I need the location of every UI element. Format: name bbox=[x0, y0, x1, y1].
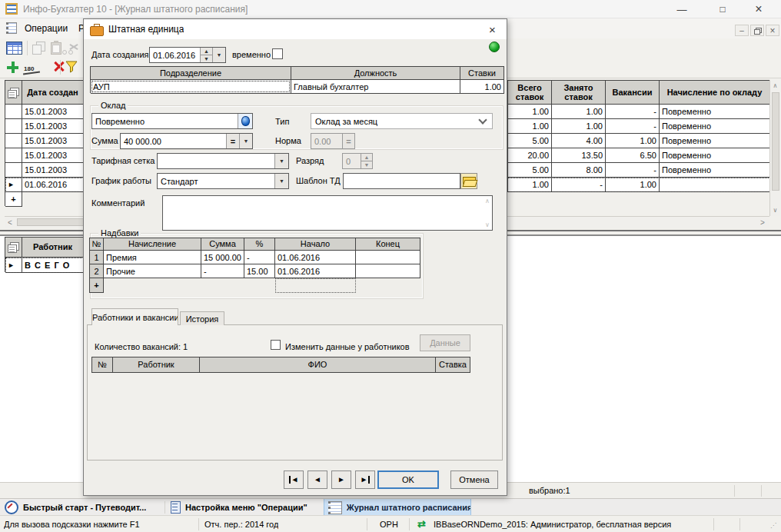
close-button[interactable]: × bbox=[741, 0, 776, 18]
table-cell[interactable]: 1.00 bbox=[606, 178, 660, 192]
menu-operations[interactable]: Операции bbox=[25, 23, 68, 34]
created-date-input[interactable]: 01.06.2016 ▲ ▼ ▼ bbox=[149, 47, 226, 63]
table-cell[interactable]: Повременно bbox=[660, 134, 770, 148]
tab-staff-journal-active[interactable]: Журнал штатного расписания bbox=[324, 499, 471, 516]
comment-textarea[interactable]: ∧∨ bbox=[162, 195, 493, 231]
vertical-scrollbar[interactable]: ∧ ∨ bbox=[769, 80, 780, 216]
tab-history[interactable]: История bbox=[180, 311, 224, 325]
amount-input[interactable]: 40 000.00 = ▼ bbox=[120, 133, 253, 149]
tariff-dropdown-button[interactable]: ▼ bbox=[274, 154, 288, 168]
table-cell[interactable]: - bbox=[606, 163, 660, 178]
table-cell[interactable] bbox=[660, 178, 770, 192]
allowance-cell[interactable]: 01.06.2016 bbox=[275, 264, 356, 278]
nav-prev-button[interactable]: ◄ bbox=[307, 470, 327, 489]
nav-last-button[interactable]: ► bbox=[355, 470, 375, 489]
template-input[interactable] bbox=[343, 173, 460, 189]
table-cell[interactable]: Повременно bbox=[660, 163, 770, 178]
salary-type-combo[interactable]: Оклад за месяц bbox=[311, 113, 493, 129]
schedule-combo[interactable]: Стандарт ▼ bbox=[157, 173, 289, 189]
temporary-checkbox[interactable] bbox=[272, 48, 283, 59]
row-selector[interactable] bbox=[5, 134, 22, 148]
department-cell[interactable]: АУП bbox=[91, 80, 291, 94]
scroll-up-icon[interactable]: ∧ bbox=[770, 80, 780, 91]
nav-first-button[interactable]: ◄ bbox=[284, 470, 304, 489]
position-cell[interactable]: Главный бухгалтер bbox=[291, 80, 460, 94]
table-cell[interactable]: 13.50 bbox=[552, 148, 606, 163]
focused-empty-cell[interactable] bbox=[275, 278, 356, 293]
table-cell[interactable]: 5.00 bbox=[508, 163, 552, 178]
row-selector[interactable] bbox=[5, 148, 22, 163]
date-spinner[interactable]: ▲ ▼ bbox=[200, 48, 212, 62]
allowance-cell[interactable]: - bbox=[201, 264, 244, 278]
row-selector[interactable] bbox=[5, 163, 22, 178]
comment-scroll-arrows[interactable]: ∧∨ bbox=[483, 196, 492, 230]
filter-funnel-icon[interactable] bbox=[65, 60, 78, 74]
table-cell[interactable]: 1.00 bbox=[552, 119, 606, 134]
table-row[interactable]: 15.01.2003 bbox=[22, 148, 84, 163]
minimize-button[interactable]: — bbox=[664, 0, 700, 18]
template-browse-button[interactable] bbox=[460, 173, 477, 189]
table-cell[interactable]: 1.00 bbox=[508, 178, 552, 192]
table-cell[interactable]: 6.50 bbox=[606, 148, 660, 163]
table-cell[interactable]: - bbox=[552, 178, 606, 192]
change-workers-checkbox[interactable] bbox=[271, 340, 281, 350]
table-view-icon[interactable] bbox=[6, 42, 22, 55]
tab-menu-settings[interactable]: Настройка меню "Операции" bbox=[166, 499, 323, 516]
table-row[interactable]: 15.01.2003 bbox=[22, 119, 84, 134]
amount-formula-button[interactable]: = bbox=[226, 134, 239, 148]
allowance-cell[interactable]: - bbox=[244, 251, 275, 264]
table-cell[interactable]: Повременно bbox=[660, 119, 770, 134]
add-row-button[interactable]: + bbox=[5, 192, 22, 207]
date-dropdown-button[interactable]: ▼ bbox=[212, 48, 225, 62]
add-allowance-button[interactable]: + bbox=[90, 278, 104, 293]
table-cell[interactable]: - bbox=[606, 105, 660, 119]
table-cell[interactable]: Повременно bbox=[660, 105, 770, 119]
allowance-cell[interactable] bbox=[356, 251, 420, 264]
table-cell[interactable]: 4.00 bbox=[552, 134, 606, 148]
table-cell[interactable]: 5.00 bbox=[508, 134, 552, 148]
tab-workers-vacancies[interactable]: Работники и вакансии bbox=[91, 308, 178, 325]
rate-cell[interactable]: 1.00 bbox=[460, 80, 504, 94]
table-row[interactable]: 15.01.2003 bbox=[22, 134, 84, 148]
allowance-cell[interactable]: 01.06.2016 bbox=[275, 251, 356, 264]
current-row-marker[interactable]: ► bbox=[5, 178, 22, 192]
schedule-dropdown-button[interactable]: ▼ bbox=[274, 174, 288, 188]
table-cell[interactable]: 1.00 bbox=[508, 105, 552, 119]
tab-quick-start[interactable]: Быстрый старт - Путеводит... bbox=[2, 499, 165, 516]
allowance-cell[interactable]: 15.00 bbox=[244, 264, 275, 278]
mdi-minimize-button[interactable]: – bbox=[735, 25, 749, 36]
method-picker-button[interactable] bbox=[238, 114, 252, 128]
nav-next-button[interactable]: ► bbox=[331, 470, 351, 489]
scroll-left-icon[interactable]: < bbox=[5, 217, 15, 228]
table-cell[interactable]: - bbox=[606, 119, 660, 134]
total-row[interactable]: В С Е Г О bbox=[22, 258, 84, 273]
table-row[interactable]: 15.01.2003 bbox=[22, 163, 84, 178]
salary-method-combo[interactable]: Повременно bbox=[91, 113, 253, 129]
amount-dropdown-button[interactable]: ▼ bbox=[239, 134, 252, 148]
table-cell[interactable]: 8.00 bbox=[552, 163, 606, 178]
table-row-selected[interactable]: 01.06.2016 bbox=[22, 178, 84, 192]
table-cell[interactable]: 1.00 bbox=[606, 134, 660, 148]
tariff-combo[interactable]: ▼ bbox=[157, 153, 289, 169]
cancel-button[interactable]: Отмена bbox=[450, 470, 498, 489]
maximize-button[interactable]: □ bbox=[705, 0, 740, 18]
mdi-restore-button[interactable] bbox=[750, 25, 764, 36]
allowance-cell[interactable]: Премия bbox=[104, 251, 201, 264]
resize-grip[interactable]: ⋰ bbox=[770, 522, 776, 529]
dialog-close-icon[interactable]: × bbox=[478, 19, 507, 39]
number-format-icon[interactable]: 180 bbox=[24, 65, 34, 72]
allowance-cell[interactable]: 15 000.00 bbox=[201, 251, 244, 264]
scroll-down-icon[interactable]: ∨ bbox=[770, 204, 780, 215]
ok-button[interactable]: OK bbox=[377, 470, 439, 489]
current-row-marker[interactable]: ► bbox=[5, 258, 22, 273]
scrollbar-thumb[interactable] bbox=[772, 92, 779, 191]
table-cell[interactable]: 1.00 bbox=[552, 105, 606, 119]
allowance-cell[interactable] bbox=[356, 264, 420, 278]
table-cell[interactable]: Повременно bbox=[660, 148, 770, 163]
row-selector[interactable] bbox=[5, 119, 22, 134]
mdi-close-button[interactable]: × bbox=[766, 25, 779, 36]
table-cell[interactable]: 20.00 bbox=[508, 148, 552, 163]
scroll-right-icon[interactable]: > bbox=[757, 217, 768, 228]
table-row[interactable]: 15.01.2003 bbox=[22, 105, 84, 119]
table-cell[interactable]: 1.00 bbox=[508, 119, 552, 134]
